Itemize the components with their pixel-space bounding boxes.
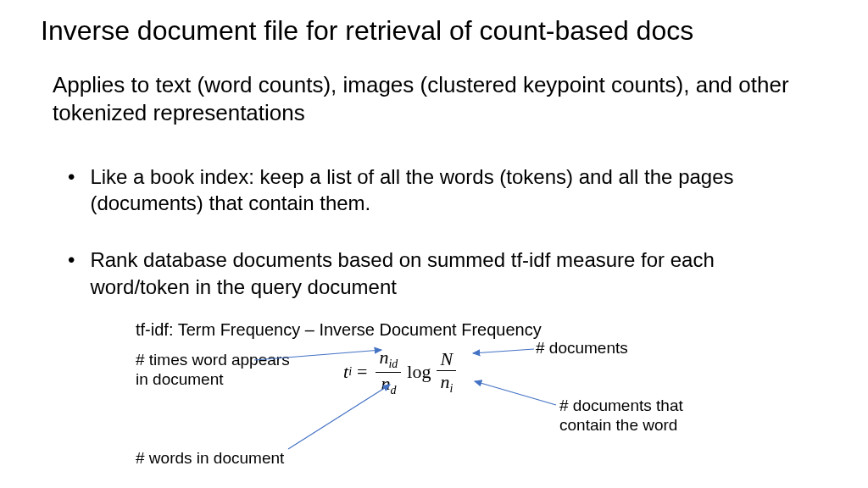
frac2-den-sub: i bbox=[449, 382, 453, 395]
formula-fraction-2: N ni bbox=[437, 349, 456, 396]
annotation-times-word: # times word appears in document bbox=[136, 351, 305, 390]
formula-log: log bbox=[404, 361, 433, 383]
slide-title: Inverse document file for retrieval of c… bbox=[41, 15, 693, 47]
bullet-list: • Like a book index: keep a list of all … bbox=[64, 164, 802, 330]
frac1-num-var: n bbox=[379, 347, 388, 368]
bullet-icon: • bbox=[64, 164, 90, 216]
slide-subtitle: Applies to text (word counts), images (c… bbox=[53, 71, 798, 126]
tfidf-formula: ti = nid nd log N ni bbox=[343, 347, 459, 397]
list-item: • Like a book index: keep a list of all … bbox=[64, 164, 802, 216]
list-item: • Rank database documents based on summe… bbox=[64, 247, 802, 299]
arrow-icon bbox=[475, 381, 556, 405]
annotation-words-in-doc: # words in document bbox=[136, 449, 284, 469]
bullet-text: Rank database documents based on summed … bbox=[90, 247, 802, 299]
annotation-docs-contain: # documents that contain the word bbox=[559, 396, 729, 435]
bullet-text: Like a book index: keep a list of all th… bbox=[90, 164, 802, 216]
annotation-documents: # documents bbox=[536, 339, 628, 358]
frac1-den-var: n bbox=[381, 373, 390, 394]
bullet-icon: • bbox=[64, 247, 90, 299]
frac2-num: N bbox=[437, 349, 457, 369]
frac1-den-sub: d bbox=[390, 384, 396, 396]
frac1-num-sub: id bbox=[388, 358, 398, 370]
arrow-icon bbox=[473, 349, 534, 353]
tfidf-definition: tf-idf: Term Frequency – Inverse Documen… bbox=[136, 320, 542, 340]
frac2-den-var: n bbox=[440, 371, 449, 392]
formula-equals: = bbox=[352, 361, 372, 383]
formula-fraction-1: nid nd bbox=[376, 347, 401, 397]
